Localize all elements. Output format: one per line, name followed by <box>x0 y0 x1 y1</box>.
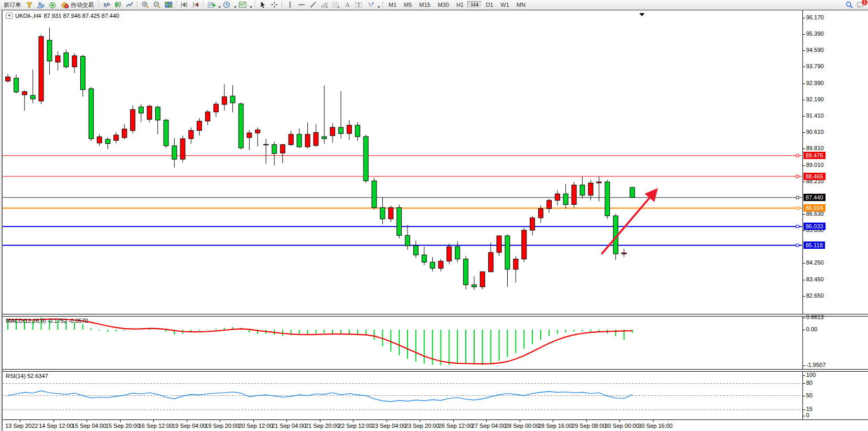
svg-text:F: F <box>338 6 340 8</box>
label-icon[interactable]: T <box>353 0 365 9</box>
rsi-tick: 80 <box>806 380 812 386</box>
time-label: 21 Sep 20:00 <box>305 423 339 429</box>
timeframe-m30-button[interactable]: M30 <box>434 1 453 8</box>
time-label: 29 Sep 08:00 <box>572 423 606 429</box>
cursor-icon[interactable] <box>257 0 269 9</box>
time-label: 27 Sep 04:00 <box>471 423 506 429</box>
search-icon[interactable] <box>845 1 853 9</box>
mt4-application: 新订单 自动交易 ▼▼▼ EFAT▼ M1M5M15M30H1H4D1W1MN <box>0 0 868 431</box>
fibonacci-icon[interactable]: F <box>330 0 342 9</box>
chart-shift-icon[interactable] <box>190 0 201 9</box>
price-tick: 96.170 <box>806 14 824 20</box>
rsi-tick: 15 <box>806 406 812 412</box>
price-tick: 94.590 <box>806 47 824 53</box>
price-line-badge: 85.118 <box>803 241 825 249</box>
rsi-chart <box>3 372 802 419</box>
rsi-tick: 100 <box>806 372 816 378</box>
text-icon[interactable]: A <box>342 0 353 9</box>
timeframe-m1-button[interactable]: M1 <box>385 1 400 8</box>
macd-tick: 0.6613 <box>806 314 824 320</box>
shapes-icon[interactable] <box>365 0 377 9</box>
periods-icon[interactable] <box>221 0 233 9</box>
time-label: 21 Sep 04:00 <box>272 423 306 429</box>
price-chart-panel[interactable]: ▼ UKOil-,H4 87.931 87.946 87.425 87.440 … <box>3 10 868 314</box>
templates-icon[interactable] <box>237 0 249 9</box>
price-tick: 90.610 <box>806 129 824 135</box>
time-label: 20 Sep 12:00 <box>239 423 273 429</box>
time-label: 23 Sep 04:00 <box>372 423 406 429</box>
rsi-panel[interactable]: RSI(14) 52.6347 1008050150 <box>3 372 868 419</box>
chart-title: ▼ UKOil-,H4 87.931 87.946 87.425 87.440 <box>6 13 119 19</box>
svg-text:T: T <box>357 2 360 8</box>
price-line-badge: 86.924 <box>803 204 826 212</box>
zoom-out-icon[interactable] <box>151 0 163 9</box>
macd-tick: 0.00 <box>806 326 817 332</box>
price-tick: 82.650 <box>806 292 824 299</box>
timeframe-h4-button[interactable]: H4 <box>467 1 482 8</box>
chart-title-dropdown-icon[interactable]: ▼ <box>6 13 13 19</box>
svg-text:A: A <box>345 1 350 8</box>
time-label: 15 Sep 20:00 <box>105 423 140 429</box>
autotrade-icon <box>61 1 69 9</box>
new-order-button[interactable]: 新订单 <box>1 0 24 9</box>
dropdown-caret-icon[interactable]: ▼ <box>233 5 237 9</box>
macd-label: MACD(12,26,9) -0.1752 -0.0570 <box>6 318 88 324</box>
dropdown-caret-icon[interactable]: ▼ <box>218 5 221 9</box>
rsi-label: RSI(14) 52.6347 <box>6 373 48 379</box>
price-axis[interactable]: 96.17095.39094.59093.79092.99092.19091.4… <box>802 10 868 314</box>
autotrade-label: 自动交易 <box>71 1 94 9</box>
main-toolbar: 新订单 自动交易 ▼▼▼ EFAT▼ M1M5M15M30H1H4D1W1MN <box>0 0 868 10</box>
chart-line-icon[interactable] <box>124 0 135 9</box>
zoom-in-icon[interactable] <box>140 0 151 9</box>
timeframe-d1-button[interactable]: D1 <box>482 1 497 8</box>
timeframe-w1-button[interactable]: W1 <box>497 1 513 8</box>
auto-scroll-icon[interactable] <box>178 0 190 9</box>
macd-panel[interactable]: MACD(12,26,9) -0.1752 -0.0570 0.66130.00… <box>3 317 868 369</box>
hline-icon[interactable] <box>296 0 307 9</box>
rsi-tick: 0 <box>806 412 809 418</box>
autotrade-button[interactable]: 自动交易 <box>58 0 97 9</box>
timeframe-m15-button[interactable]: M15 <box>415 1 434 8</box>
time-axis[interactable]: 13 Sep 202214 Sep 12:0015 Sep 04:0015 Se… <box>3 419 868 431</box>
timeframe-h1-button[interactable]: H1 <box>453 1 467 8</box>
dropdown-caret-icon[interactable]: ▼ <box>249 5 253 9</box>
channel-icon[interactable]: E <box>319 0 330 9</box>
vline-icon[interactable] <box>284 0 296 9</box>
time-label: 28 Sep 00:00 <box>505 423 539 429</box>
trendline-icon[interactable] <box>307 0 319 9</box>
price-tick: 89.810 <box>806 145 824 151</box>
macd-chart <box>3 317 802 369</box>
crosshair-icon[interactable] <box>269 0 280 9</box>
signal-icon[interactable] <box>47 1 58 9</box>
chart-window: ▼ UKOil-,H4 87.931 87.946 87.425 87.440 … <box>2 10 868 431</box>
time-label: 19 Sep 04:00 <box>172 423 206 429</box>
price-tick: 83.450 <box>806 276 824 282</box>
price-tick: 91.410 <box>806 112 824 119</box>
funnel-icon[interactable] <box>24 1 35 9</box>
new-order-label: 新订单 <box>4 1 21 9</box>
tile-windows-icon[interactable] <box>163 0 174 9</box>
timeframe-mn-button[interactable]: MN <box>513 1 529 8</box>
time-label: 30 Sep 16:00 <box>638 423 672 429</box>
price-line-badge: 88.465 <box>803 173 826 180</box>
price-tick: 93.790 <box>806 63 824 69</box>
time-label: 14 Sep 12:00 <box>39 423 73 429</box>
notifications-icon[interactable]: 1 <box>856 1 865 9</box>
svg-text:E: E <box>326 5 328 8</box>
time-label: 22 Sep 12:00 <box>338 423 372 429</box>
timeframe-m5-button[interactable]: M5 <box>400 1 415 8</box>
chart-bars-icon[interactable] <box>101 0 112 9</box>
price-tick: 92.990 <box>806 80 824 86</box>
price-line-badge: 89.476 <box>803 152 826 159</box>
time-label: 13 Sep 2022 <box>5 423 38 429</box>
price-tick: 95.390 <box>806 30 824 37</box>
dropdown-caret-icon[interactable]: ▼ <box>377 5 381 9</box>
candlestick-chart[interactable] <box>3 10 802 314</box>
accounts-icon[interactable] <box>35 1 47 9</box>
indicators-icon[interactable] <box>206 0 217 9</box>
chart-ohlc-values: 87.931 87.946 87.425 87.440 <box>44 13 119 19</box>
price-tick: 89.010 <box>806 162 824 168</box>
chart-candles-icon[interactable] <box>112 0 124 9</box>
macd-axis: 0.66130.00-1.9507 <box>802 317 868 369</box>
time-label: 28 Sep 16:00 <box>538 423 572 429</box>
